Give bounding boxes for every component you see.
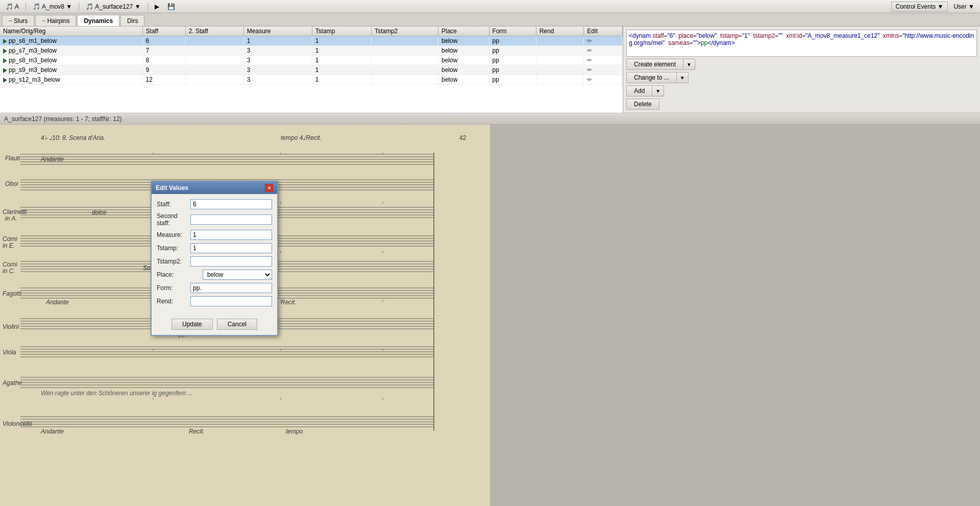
update-button[interactable]: Update xyxy=(172,319,213,330)
cell-rend xyxy=(536,65,584,75)
svg-text:Corni: Corni xyxy=(3,261,17,268)
right-panel: <dynam staff="6" place="below" tstamp="1… xyxy=(623,27,980,113)
cell-place: below xyxy=(438,75,489,85)
cell-edit[interactable]: ✏ xyxy=(584,75,623,85)
add-split: Add ▼ xyxy=(626,85,664,97)
cell-form: pp xyxy=(489,65,536,75)
cell-tstamp: 1 xyxy=(312,46,371,56)
select-place[interactable]: below above xyxy=(203,270,272,280)
add-row: Add ▼ xyxy=(626,85,977,97)
cell-staff: 6 xyxy=(142,36,185,46)
svg-text:Violoncello: Violoncello xyxy=(3,420,32,427)
nav-item-surface[interactable]: 🎵 A_surface127 ▼ xyxy=(83,2,143,11)
edit-icon[interactable]: ✏ xyxy=(587,37,592,44)
cell-edit[interactable]: ✏ xyxy=(584,36,623,46)
dialog-close-button[interactable]: ✕ xyxy=(265,184,273,192)
xml-display: <dynam staff="6" place="below" tstamp="1… xyxy=(626,30,977,57)
label-place: Place: xyxy=(157,271,203,278)
create-element-dropdown[interactable]: ▼ xyxy=(683,59,695,70)
cell-tstamp: 1 xyxy=(312,36,371,46)
edit-icon[interactable]: ✏ xyxy=(587,76,592,83)
change-to-dropdown[interactable]: ▼ xyxy=(676,72,689,83)
label-measure: Measure: xyxy=(157,231,190,238)
nav-item-a[interactable]: 🎵 A xyxy=(3,2,21,11)
cell-tstamp2 xyxy=(371,56,438,65)
cell-staff: 8 xyxy=(142,56,185,65)
label-second-staff: Second staff: xyxy=(157,212,190,227)
svg-text:Corni: Corni xyxy=(3,235,17,243)
edit-icon[interactable]: ✏ xyxy=(587,57,592,64)
cell-measure: 1 xyxy=(243,36,312,46)
col-place[interactable]: Place xyxy=(438,27,489,36)
separator-2 xyxy=(79,3,79,11)
input-second-staff[interactable] xyxy=(190,214,272,225)
delete-button[interactable]: Delete xyxy=(626,99,659,110)
col-form[interactable]: Form xyxy=(489,27,536,36)
nav-item-mov8[interactable]: 🎵 A_mov8 ▼ xyxy=(30,2,75,11)
change-to-button[interactable]: Change to ... xyxy=(626,72,676,83)
add-dropdown[interactable]: ▼ xyxy=(652,85,664,97)
input-rend[interactable] xyxy=(190,296,272,306)
save-button[interactable]: 💾 xyxy=(165,2,178,11)
svg-text:dolce: dolce xyxy=(92,209,107,216)
table-scroll[interactable]: Name/Orig/Reg Staff 2. Staff Measure Tst… xyxy=(0,27,623,113)
form-row-rend: Rend: xyxy=(157,296,272,306)
control-events-button[interactable]: Control Events ▼ xyxy=(891,2,948,12)
cell-form: pp xyxy=(489,56,536,65)
cell-edit[interactable]: ✏ xyxy=(584,56,623,65)
col-rend[interactable]: Rend xyxy=(536,27,584,36)
table-row[interactable]: pp_s6_m1_below611belowpp✏ xyxy=(0,36,623,46)
table-row[interactable]: pp_s12_m3_below1231belowpp✏ xyxy=(0,75,623,85)
label-tstamp: Tstamp: xyxy=(157,245,190,252)
cell-name: pp_s7_m3_below xyxy=(0,46,142,56)
col-name[interactable]: Name/Orig/Reg xyxy=(0,27,142,36)
add-button[interactable]: Add xyxy=(626,85,652,97)
col-staff2[interactable]: 2. Staff xyxy=(185,27,243,36)
right-gray-panel xyxy=(490,125,980,506)
tab-hairpins[interactable]: ~ Hairpins xyxy=(35,15,76,26)
input-tstamp2[interactable] xyxy=(190,256,272,267)
input-staff[interactable] xyxy=(190,199,272,209)
cell-rend xyxy=(536,36,584,46)
svg-text:in E.: in E. xyxy=(3,242,15,249)
tab-slurs[interactable]: ~ Slurs xyxy=(2,15,34,26)
nav-label-mov8: A_mov8 ▼ xyxy=(42,3,72,10)
cell-edit[interactable]: ✏ xyxy=(584,46,623,56)
tab-dynamics[interactable]: Dynamics xyxy=(77,15,119,26)
table-row[interactable]: pp_s9_m3_below931belowpp✏ xyxy=(0,65,623,75)
svg-text:Agathe: Agathe xyxy=(2,379,22,387)
input-form[interactable] xyxy=(190,283,272,293)
create-element-button[interactable]: Create element xyxy=(626,59,683,70)
svg-text:Viola: Viola xyxy=(3,349,16,356)
svg-text:in A.: in A. xyxy=(5,215,17,222)
cell-tstamp2 xyxy=(371,65,438,75)
cell-staff: 9 xyxy=(142,65,185,75)
table-row[interactable]: pp_s8_m3_below831belowpp✏ xyxy=(0,56,623,65)
edit-icon[interactable]: ✏ xyxy=(587,47,592,54)
cell-tstamp2 xyxy=(371,46,438,56)
form-row-staff: Staff: xyxy=(157,199,272,209)
cell-place: below xyxy=(438,56,489,65)
col-edit[interactable]: Edit xyxy=(584,27,623,36)
input-tstamp[interactable] xyxy=(190,243,272,253)
nav-item-next[interactable]: ▶ xyxy=(152,2,162,11)
form-row-second-staff: Second staff: xyxy=(157,212,272,227)
col-staff[interactable]: Staff xyxy=(142,27,185,36)
hairpin-icon: ~ xyxy=(42,17,45,25)
tab-dirs[interactable]: Dirs xyxy=(120,15,144,26)
col-tstamp[interactable]: Tstamp xyxy=(312,27,371,36)
svg-text:Andante: Andante xyxy=(40,428,64,435)
user-menu[interactable]: User ▼ xyxy=(951,2,977,11)
svg-text:4♭ ♩10: 8. Scena d'Aria.: 4♭ ♩10: 8. Scena d'Aria. xyxy=(41,134,105,141)
svg-text:Recit.: Recit. xyxy=(189,428,205,435)
col-tstamp2[interactable]: Tstamp2 xyxy=(371,27,438,36)
table-row[interactable]: pp_s7_m3_below731belowpp✏ xyxy=(0,46,623,56)
dialog-title-bar[interactable]: Edit Values ✕ xyxy=(152,182,277,194)
input-measure[interactable] xyxy=(190,230,272,240)
cancel-button[interactable]: Cancel xyxy=(217,319,257,330)
cell-name: pp_s9_m3_below xyxy=(0,65,142,75)
edit-icon[interactable]: ✏ xyxy=(587,66,592,74)
content-area: 4♭ ♩10: 8. Scena d'Aria. tempo 4♩Recit. … xyxy=(0,125,980,506)
col-measure[interactable]: Measure xyxy=(243,27,312,36)
cell-edit[interactable]: ✏ xyxy=(584,65,623,75)
